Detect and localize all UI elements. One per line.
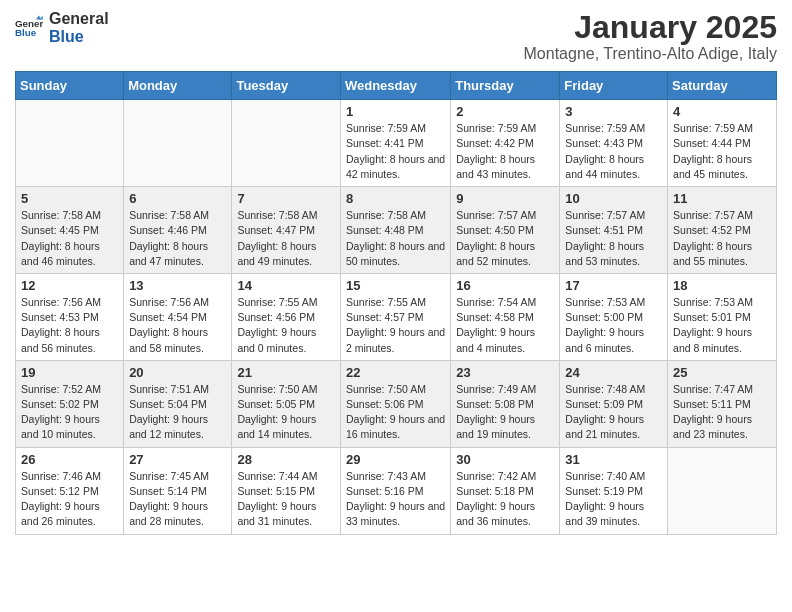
calendar-week-row: 19Sunrise: 7:52 AMSunset: 5:02 PMDayligh… (16, 360, 777, 447)
day-info: Sunrise: 7:58 AMSunset: 4:48 PMDaylight:… (346, 208, 445, 269)
day-info: Sunrise: 7:48 AMSunset: 5:09 PMDaylight:… (565, 382, 662, 443)
day-info: Sunrise: 7:50 AMSunset: 5:05 PMDaylight:… (237, 382, 335, 443)
day-number: 2 (456, 104, 554, 119)
day-number: 7 (237, 191, 335, 206)
table-row (232, 100, 341, 187)
table-row: 10Sunrise: 7:57 AMSunset: 4:51 PMDayligh… (560, 187, 668, 274)
calendar-subtitle: Montagne, Trentino-Alto Adige, Italy (524, 45, 777, 63)
table-row: 4Sunrise: 7:59 AMSunset: 4:44 PMDaylight… (668, 100, 777, 187)
day-number: 10 (565, 191, 662, 206)
day-info: Sunrise: 7:43 AMSunset: 5:16 PMDaylight:… (346, 469, 445, 530)
day-number: 30 (456, 452, 554, 467)
day-info: Sunrise: 7:55 AMSunset: 4:56 PMDaylight:… (237, 295, 335, 356)
table-row: 18Sunrise: 7:53 AMSunset: 5:01 PMDayligh… (668, 273, 777, 360)
day-info: Sunrise: 7:57 AMSunset: 4:50 PMDaylight:… (456, 208, 554, 269)
day-number: 22 (346, 365, 445, 380)
col-monday: Monday (124, 72, 232, 100)
logo-text-general: General (49, 10, 109, 28)
table-row: 17Sunrise: 7:53 AMSunset: 5:00 PMDayligh… (560, 273, 668, 360)
table-row: 8Sunrise: 7:58 AMSunset: 4:48 PMDaylight… (340, 187, 450, 274)
day-number: 12 (21, 278, 118, 293)
day-info: Sunrise: 7:58 AMSunset: 4:46 PMDaylight:… (129, 208, 226, 269)
table-row: 26Sunrise: 7:46 AMSunset: 5:12 PMDayligh… (16, 447, 124, 534)
table-row: 15Sunrise: 7:55 AMSunset: 4:57 PMDayligh… (340, 273, 450, 360)
day-info: Sunrise: 7:59 AMSunset: 4:44 PMDaylight:… (673, 121, 771, 182)
day-info: Sunrise: 7:59 AMSunset: 4:42 PMDaylight:… (456, 121, 554, 182)
day-info: Sunrise: 7:55 AMSunset: 4:57 PMDaylight:… (346, 295, 445, 356)
day-number: 8 (346, 191, 445, 206)
day-number: 24 (565, 365, 662, 380)
table-row: 24Sunrise: 7:48 AMSunset: 5:09 PMDayligh… (560, 360, 668, 447)
table-row: 31Sunrise: 7:40 AMSunset: 5:19 PMDayligh… (560, 447, 668, 534)
day-number: 13 (129, 278, 226, 293)
table-row (668, 447, 777, 534)
day-info: Sunrise: 7:53 AMSunset: 5:01 PMDaylight:… (673, 295, 771, 356)
table-row (16, 100, 124, 187)
table-row: 3Sunrise: 7:59 AMSunset: 4:43 PMDaylight… (560, 100, 668, 187)
table-row: 14Sunrise: 7:55 AMSunset: 4:56 PMDayligh… (232, 273, 341, 360)
calendar-week-row: 5Sunrise: 7:58 AMSunset: 4:45 PMDaylight… (16, 187, 777, 274)
day-number: 26 (21, 452, 118, 467)
table-row: 23Sunrise: 7:49 AMSunset: 5:08 PMDayligh… (451, 360, 560, 447)
day-number: 4 (673, 104, 771, 119)
day-info: Sunrise: 7:57 AMSunset: 4:51 PMDaylight:… (565, 208, 662, 269)
svg-text:Blue: Blue (15, 27, 37, 38)
page: General Blue General Blue January 2025 M… (0, 0, 792, 550)
logo-text-blue: Blue (49, 28, 109, 46)
day-number: 21 (237, 365, 335, 380)
day-number: 5 (21, 191, 118, 206)
day-number: 14 (237, 278, 335, 293)
table-row: 5Sunrise: 7:58 AMSunset: 4:45 PMDaylight… (16, 187, 124, 274)
table-row: 11Sunrise: 7:57 AMSunset: 4:52 PMDayligh… (668, 187, 777, 274)
day-info: Sunrise: 7:40 AMSunset: 5:19 PMDaylight:… (565, 469, 662, 530)
day-number: 28 (237, 452, 335, 467)
table-row: 1Sunrise: 7:59 AMSunset: 4:41 PMDaylight… (340, 100, 450, 187)
day-number: 11 (673, 191, 771, 206)
day-info: Sunrise: 7:53 AMSunset: 5:00 PMDaylight:… (565, 295, 662, 356)
calendar-week-row: 12Sunrise: 7:56 AMSunset: 4:53 PMDayligh… (16, 273, 777, 360)
day-info: Sunrise: 7:45 AMSunset: 5:14 PMDaylight:… (129, 469, 226, 530)
day-number: 20 (129, 365, 226, 380)
calendar-week-row: 1Sunrise: 7:59 AMSunset: 4:41 PMDaylight… (16, 100, 777, 187)
day-info: Sunrise: 7:58 AMSunset: 4:47 PMDaylight:… (237, 208, 335, 269)
table-row: 7Sunrise: 7:58 AMSunset: 4:47 PMDaylight… (232, 187, 341, 274)
day-info: Sunrise: 7:59 AMSunset: 4:41 PMDaylight:… (346, 121, 445, 182)
day-number: 31 (565, 452, 662, 467)
col-sunday: Sunday (16, 72, 124, 100)
table-row: 29Sunrise: 7:43 AMSunset: 5:16 PMDayligh… (340, 447, 450, 534)
logo: General Blue General Blue (15, 10, 109, 45)
table-row: 19Sunrise: 7:52 AMSunset: 5:02 PMDayligh… (16, 360, 124, 447)
col-thursday: Thursday (451, 72, 560, 100)
day-info: Sunrise: 7:58 AMSunset: 4:45 PMDaylight:… (21, 208, 118, 269)
day-info: Sunrise: 7:46 AMSunset: 5:12 PMDaylight:… (21, 469, 118, 530)
table-row: 9Sunrise: 7:57 AMSunset: 4:50 PMDaylight… (451, 187, 560, 274)
day-number: 29 (346, 452, 445, 467)
col-friday: Friday (560, 72, 668, 100)
day-number: 6 (129, 191, 226, 206)
calendar-title: January 2025 (524, 10, 777, 45)
col-saturday: Saturday (668, 72, 777, 100)
day-number: 27 (129, 452, 226, 467)
table-row: 16Sunrise: 7:54 AMSunset: 4:58 PMDayligh… (451, 273, 560, 360)
table-row: 12Sunrise: 7:56 AMSunset: 4:53 PMDayligh… (16, 273, 124, 360)
day-number: 1 (346, 104, 445, 119)
day-info: Sunrise: 7:50 AMSunset: 5:06 PMDaylight:… (346, 382, 445, 443)
day-number: 3 (565, 104, 662, 119)
day-number: 15 (346, 278, 445, 293)
day-number: 18 (673, 278, 771, 293)
table-row (124, 100, 232, 187)
day-info: Sunrise: 7:57 AMSunset: 4:52 PMDaylight:… (673, 208, 771, 269)
day-number: 9 (456, 191, 554, 206)
header: General Blue General Blue January 2025 M… (15, 10, 777, 63)
table-row: 6Sunrise: 7:58 AMSunset: 4:46 PMDaylight… (124, 187, 232, 274)
table-row: 22Sunrise: 7:50 AMSunset: 5:06 PMDayligh… (340, 360, 450, 447)
day-info: Sunrise: 7:49 AMSunset: 5:08 PMDaylight:… (456, 382, 554, 443)
day-info: Sunrise: 7:51 AMSunset: 5:04 PMDaylight:… (129, 382, 226, 443)
day-number: 17 (565, 278, 662, 293)
day-number: 25 (673, 365, 771, 380)
title-block: January 2025 Montagne, Trentino-Alto Adi… (524, 10, 777, 63)
day-number: 16 (456, 278, 554, 293)
table-row: 27Sunrise: 7:45 AMSunset: 5:14 PMDayligh… (124, 447, 232, 534)
day-info: Sunrise: 7:42 AMSunset: 5:18 PMDaylight:… (456, 469, 554, 530)
calendar-table: Sunday Monday Tuesday Wednesday Thursday… (15, 71, 777, 534)
